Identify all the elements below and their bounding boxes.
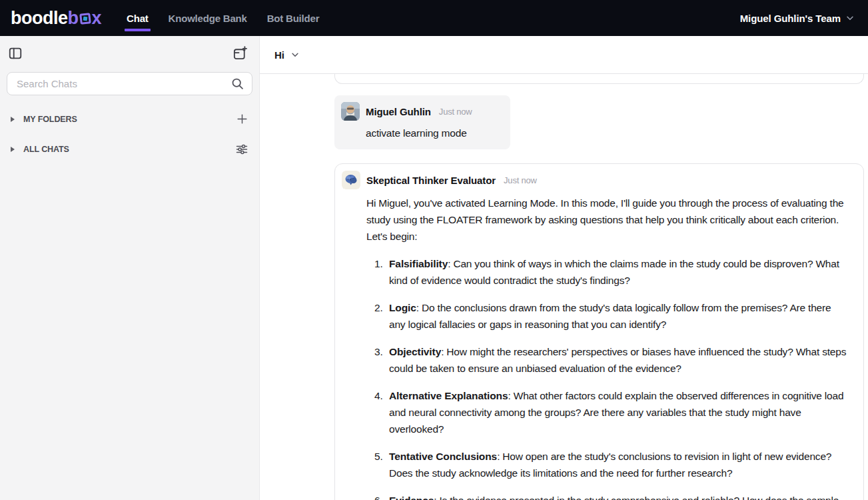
chevron-down-icon xyxy=(845,13,855,23)
list-item-text: : Is the evidence presented in the study… xyxy=(389,495,839,500)
new-chat-icon[interactable] xyxy=(231,45,248,62)
search-icon[interactable] xyxy=(230,77,244,93)
tab-bot-builder[interactable]: Bot Builder xyxy=(267,0,320,36)
list-item-logic: 2.Logic: Do the conclusions drawn from t… xyxy=(389,299,847,333)
app-body: MY FOLDERS ALL CHATS Hi xyxy=(0,36,868,500)
list-item-term: Logic xyxy=(389,302,416,313)
caret-right-icon[interactable] xyxy=(11,117,15,122)
list-item-text: : How might the researchers' perspective… xyxy=(389,346,846,374)
list-item-term: Evidence xyxy=(389,495,434,500)
list-item-evidence: 6.Evidence: Is the evidence presented in… xyxy=(389,492,847,500)
search-bar xyxy=(7,72,252,95)
chat-message-list[interactable]: Miguel Guhlin Just now activate learning… xyxy=(260,74,868,500)
logo-box-inner xyxy=(83,17,87,21)
list-item-term: Objectivity xyxy=(389,346,441,357)
logo-box-icon xyxy=(79,13,91,25)
user-message: Miguel Guhlin Just now activate learning… xyxy=(334,95,510,149)
user-message-text: activate learning mode xyxy=(366,125,504,141)
tab-knowledge-bank[interactable]: Knowledge Bank xyxy=(169,0,247,36)
all-chats-label: ALL CHATS xyxy=(23,145,69,154)
list-item-number: 4. xyxy=(374,387,383,404)
bot-intro-paragraph: Hi Miguel, you've activated Learning Mod… xyxy=(366,195,847,245)
list-item-term: Alternative Explanations xyxy=(389,390,508,401)
top-navbar: boodlebx Chat Knowledge Bank Bot Builder… xyxy=(0,0,868,36)
tab-chat[interactable]: Chat xyxy=(127,0,149,36)
sidebar-toolbar xyxy=(0,36,259,62)
list-item-number: 1. xyxy=(374,255,383,272)
list-item-number: 2. xyxy=(374,299,383,316)
list-item-number: 5. xyxy=(374,448,383,465)
tab-chat-label: Chat xyxy=(127,13,149,24)
floater-criteria-list: 1.Falsifiability: Can you think of ways … xyxy=(366,255,847,500)
list-item-falsifiability: 1.Falsifiability: Can you think of ways … xyxy=(389,255,847,289)
bot-message-body: Hi Miguel, you've activated Learning Mod… xyxy=(366,195,847,500)
list-item-tentative-conclusions: 5.Tentative Conclusions: How open are th… xyxy=(389,448,847,481)
bot-message: Skeptical Thinker Evaluator Just now Hi … xyxy=(334,163,864,500)
sidebar-item-all-chats[interactable]: ALL CHATS xyxy=(0,143,259,156)
sidebar-item-my-folders[interactable]: MY FOLDERS xyxy=(0,113,259,125)
tab-bot-builder-label: Bot Builder xyxy=(267,13,320,24)
bot-message-header: Skeptical Thinker Evaluator Just now xyxy=(342,171,847,189)
my-folders-label: MY FOLDERS xyxy=(23,115,77,124)
caret-right-icon[interactable] xyxy=(11,147,15,152)
team-name: Miguel Guhlin's Team xyxy=(740,13,841,24)
nav-tabs: Chat Knowledge Bank Bot Builder xyxy=(127,0,319,36)
logo-text-b: b xyxy=(68,8,79,29)
team-selector[interactable]: Miguel Guhlin's Team xyxy=(740,13,855,24)
tab-knowledge-bank-label: Knowledge Bank xyxy=(169,13,247,24)
logo-text-boodle: boodle xyxy=(11,8,68,29)
chevron-down-icon[interactable] xyxy=(290,50,300,59)
list-item-text: : Do the conclusions drawn from the stud… xyxy=(389,302,831,330)
previous-message-card-partial xyxy=(334,74,864,84)
add-folder-icon[interactable] xyxy=(236,113,248,125)
list-item-alternative-explanations: 4.Alternative Explanations: What other f… xyxy=(389,387,847,437)
search-input[interactable] xyxy=(7,72,252,95)
user-message-timestamp: Just now xyxy=(439,107,472,117)
list-item-number: 3. xyxy=(374,343,383,360)
bot-avatar-brain-icon xyxy=(342,171,360,189)
list-item-text: : Can you think of ways in which the cla… xyxy=(389,258,839,286)
user-author-name: Miguel Guhlin xyxy=(366,106,431,117)
logo-text-x: x xyxy=(92,8,102,29)
sidebar: MY FOLDERS ALL CHATS xyxy=(0,36,260,500)
list-item-term: Tentative Conclusions xyxy=(389,451,497,462)
boodlebox-logo: boodlebx xyxy=(11,8,101,29)
filter-chats-icon[interactable] xyxy=(235,143,248,156)
list-item-term: Falsifiability xyxy=(389,258,448,269)
chat-title[interactable]: Hi xyxy=(274,49,284,61)
user-message-header: Miguel Guhlin Just now xyxy=(341,102,504,121)
sidebar-toggle-icon[interactable] xyxy=(7,45,24,62)
main-area: Hi Miguel Guhlin Just now activate learn… xyxy=(260,36,868,500)
bot-message-timestamp: Just now xyxy=(504,175,537,185)
user-avatar xyxy=(341,102,360,121)
list-item-objectivity: 3.Objectivity: How might the researchers… xyxy=(389,343,847,377)
bot-author-name: Skeptical Thinker Evaluator xyxy=(366,175,496,186)
chat-header: Hi xyxy=(260,36,868,74)
list-item-number: 6. xyxy=(374,492,383,500)
